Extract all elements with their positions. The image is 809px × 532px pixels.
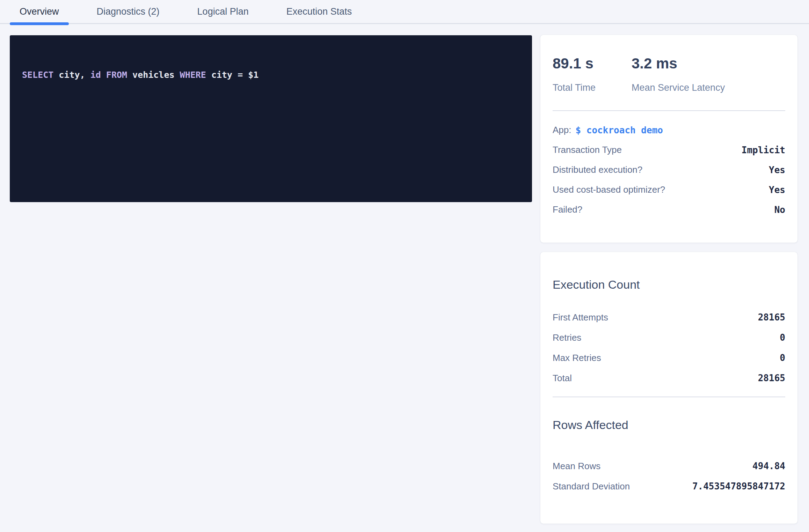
sql-token: WHERE bbox=[180, 70, 206, 80]
metric-mean-service-latency: 3.2 ms Mean Service Latency bbox=[632, 55, 710, 94]
statement-summary-card: 89.1 s Total Time 3.2 ms Mean Service La… bbox=[540, 35, 797, 243]
rows-affected-rows: Mean Rows 494.84 Standard Deviation 7.45… bbox=[553, 456, 785, 496]
sql-token: city, bbox=[53, 70, 90, 80]
sql-statement-box: SELECT city, id FROM vehicles WHERE city… bbox=[10, 35, 532, 202]
tab-overview[interactable]: Overview bbox=[10, 0, 69, 23]
statement-tabs: Overview Diagnostics (2) Logical Plan Ex… bbox=[0, 0, 809, 24]
app-link[interactable]: $ cockroach demo bbox=[576, 125, 663, 135]
first-attempts-row: First Attempts 28165 bbox=[553, 307, 785, 327]
mean-rows-label: Mean Rows bbox=[553, 461, 600, 472]
first-attempts-value: 28165 bbox=[758, 312, 785, 323]
distributed-execution-value: Yes bbox=[769, 165, 785, 175]
app-row: App: $ cockroach demo bbox=[553, 120, 785, 140]
execution-count-rows: First Attempts 28165 Retries 0 Max Retri… bbox=[553, 307, 785, 388]
mean-service-latency-label: Mean Service Latency bbox=[632, 82, 710, 94]
summary-divider bbox=[553, 110, 785, 111]
cost-based-optimizer-label: Used cost-based optimizer? bbox=[553, 184, 665, 195]
sql-query: SELECT city, id FROM vehicles WHERE city… bbox=[22, 69, 520, 80]
cost-based-optimizer-value: Yes bbox=[769, 185, 785, 195]
standard-deviation-label: Standard Deviation bbox=[553, 481, 630, 492]
retries-value: 0 bbox=[780, 332, 785, 343]
sql-token bbox=[101, 70, 106, 80]
mean-rows-value: 494.84 bbox=[752, 461, 785, 471]
mean-rows-row: Mean Rows 494.84 bbox=[553, 456, 785, 476]
total-row: Total 28165 bbox=[553, 368, 785, 388]
total-value: 28165 bbox=[758, 373, 785, 383]
failed-value: No bbox=[774, 205, 785, 215]
app-label: App: bbox=[553, 125, 571, 135]
distributed-execution-row: Distributed execution? Yes bbox=[553, 160, 785, 180]
max-retries-row: Max Retries 0 bbox=[553, 348, 785, 368]
retries-row: Retries 0 bbox=[553, 327, 785, 348]
metric-total-time: 89.1 s Total Time bbox=[553, 55, 632, 94]
total-time-value: 89.1 s bbox=[553, 55, 632, 72]
max-retries-label: Max Retries bbox=[553, 353, 601, 363]
transaction-type-row: Transaction Type Implicit bbox=[553, 140, 785, 160]
total-label: Total bbox=[553, 373, 572, 384]
sql-token: id bbox=[90, 70, 101, 80]
sql-token: FROM bbox=[106, 70, 127, 80]
transaction-type-label: Transaction Type bbox=[553, 145, 622, 155]
failed-row: Failed? No bbox=[553, 200, 785, 220]
first-attempts-label: First Attempts bbox=[553, 312, 608, 323]
distributed-execution-label: Distributed execution? bbox=[553, 164, 642, 175]
transaction-type-value: Implicit bbox=[742, 145, 785, 155]
mean-service-latency-value: 3.2 ms bbox=[632, 55, 710, 72]
execution-stats-card: Execution Count First Attempts 28165 Ret… bbox=[540, 252, 797, 524]
summary-details: App: $ cockroach demo Transaction Type I… bbox=[553, 120, 785, 220]
tab-diagnostics[interactable]: Diagnostics (2) bbox=[87, 0, 169, 23]
tab-execution-stats[interactable]: Execution Stats bbox=[277, 0, 362, 23]
cost-based-optimizer-row: Used cost-based optimizer? Yes bbox=[553, 180, 785, 200]
retries-label: Retries bbox=[553, 332, 581, 343]
execution-count-title: Execution Count bbox=[553, 252, 785, 292]
tab-logical-plan[interactable]: Logical Plan bbox=[188, 0, 258, 23]
rows-affected-title: Rows Affected bbox=[553, 397, 785, 432]
sql-token: vehicles bbox=[127, 70, 180, 80]
sql-token: SELECT bbox=[22, 70, 53, 80]
standard-deviation-row: Standard Deviation 7.453547895847172 bbox=[553, 476, 785, 496]
sql-token: city = $1 bbox=[206, 70, 259, 80]
summary-metrics: 89.1 s Total Time 3.2 ms Mean Service La… bbox=[553, 35, 785, 94]
standard-deviation-value: 7.453547895847172 bbox=[692, 481, 785, 492]
failed-label: Failed? bbox=[553, 204, 582, 215]
max-retries-value: 0 bbox=[780, 353, 785, 363]
total-time-label: Total Time bbox=[553, 82, 632, 94]
